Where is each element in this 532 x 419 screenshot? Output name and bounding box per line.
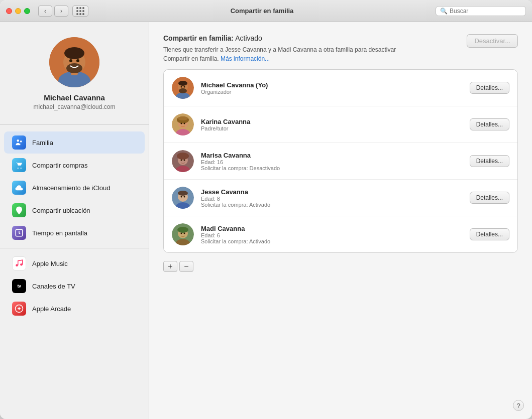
- status-value: Activado: [235, 34, 262, 42]
- member-info-michael: Michael Cavanna (Yo) Organizador: [201, 81, 463, 95]
- svg-point-14: [16, 264, 18, 267]
- sidebar-item-tv[interactable]: tv Canales de TV: [4, 275, 145, 297]
- music-icon: [12, 256, 26, 270]
- description-text: Tienes que transferir a Jesse Cavanna y …: [163, 46, 396, 62]
- member-role-karina: Padre/tutor: [201, 125, 463, 131]
- content-header: Compartir en familia: Activado Tienes qu…: [163, 34, 518, 63]
- member-name-michael: Michael Cavanna (Yo): [201, 81, 463, 89]
- svg-point-41: [178, 191, 188, 196]
- details-button-karina[interactable]: Detalles...: [470, 118, 509, 130]
- svg-point-49: [184, 233, 185, 234]
- pantalla-icon: [12, 226, 26, 240]
- svg-point-42: [181, 196, 182, 198]
- sharing-status: Compartir en familia: Activado: [163, 34, 459, 42]
- svg-point-30: [181, 123, 182, 124]
- sidebar: Michael Cavanna michael_cavanna@icloud.c…: [0, 22, 149, 419]
- sidebar-item-ubicacion[interactable]: Compartir ubicación: [4, 199, 145, 221]
- member-name-jesse: Jesse Cavanna: [201, 188, 463, 196]
- member-info-marisa: Marisa Cavanna Edad: 16Solicitar la comp…: [201, 152, 463, 171]
- svg-point-24: [184, 86, 185, 88]
- member-row-michael: Michael Cavanna (Yo) Organizador Detalle…: [164, 70, 517, 106]
- details-button-michael[interactable]: Detalles...: [470, 82, 509, 94]
- details-button-marisa[interactable]: Detalles...: [470, 155, 509, 167]
- member-name-marisa: Marisa Cavanna: [201, 152, 463, 159]
- sidebar-divider-mid: [0, 248, 149, 248]
- sidebar-item-label-music: Apple Music: [32, 260, 68, 267]
- remove-member-button[interactable]: −: [179, 261, 193, 272]
- minimize-button[interactable]: [15, 8, 21, 14]
- svg-point-17: [19, 308, 20, 310]
- maximize-button[interactable]: [24, 8, 30, 14]
- close-button[interactable]: [6, 8, 12, 14]
- window-title: Compartir en familia: [92, 7, 432, 15]
- member-name-madi: Madi Cavanna: [201, 225, 463, 232]
- avatar: [49, 37, 99, 87]
- bottom-buttons: + −: [163, 261, 518, 272]
- icloud-icon: [12, 181, 26, 195]
- user-profile: Michael Cavanna michael_cavanna@icloud.c…: [0, 22, 149, 120]
- svg-point-29: [178, 116, 188, 120]
- content-area: Compartir en familia: Activado Tienes qu…: [149, 22, 532, 284]
- svg-point-22: [178, 81, 187, 86]
- member-info-jesse: Jesse Cavanna Edad: 8Solicitar la compra…: [201, 188, 463, 208]
- svg-point-31: [184, 123, 185, 124]
- sidebar-item-familia[interactable]: Familia: [4, 131, 145, 154]
- details-button-madi[interactable]: Detalles...: [470, 228, 509, 240]
- header-text: Compartir en familia: Activado Tienes qu…: [163, 34, 459, 63]
- titlebar: ‹ › Compartir en familia 🔍: [0, 0, 532, 22]
- grid-view-button[interactable]: [72, 6, 88, 17]
- sidebar-item-label-ubicacion: Compartir ubicación: [32, 207, 90, 214]
- user-email: michael_cavanna@icloud.com: [34, 103, 116, 110]
- forward-button[interactable]: ›: [54, 6, 68, 17]
- back-button[interactable]: ‹: [38, 6, 52, 17]
- member-info-karina: Karina Cavanna Padre/tutor: [201, 118, 463, 131]
- traffic-lights: [6, 8, 30, 14]
- search-bar[interactable]: 🔍: [436, 6, 526, 16]
- compras-icon: [12, 158, 26, 172]
- deactivate-button[interactable]: Desactivar...: [467, 34, 518, 48]
- help-button[interactable]: ?: [513, 400, 524, 411]
- member-row-marisa: Marisa Cavanna Edad: 16Solicitar la comp…: [164, 143, 517, 180]
- sidebar-item-pantalla[interactable]: Tiempo en pantalla: [4, 222, 145, 244]
- arcade-icon: [12, 302, 26, 316]
- sidebar-item-music[interactable]: Apple Music: [4, 252, 145, 274]
- svg-point-48: [181, 233, 182, 234]
- user-name: Michael Cavanna: [44, 93, 105, 102]
- svg-point-11: [21, 168, 22, 169]
- member-avatar-karina: [172, 113, 194, 135]
- header-description: Tienes que transferir a Jesse Cavanna y …: [163, 45, 459, 63]
- svg-point-8: [17, 139, 20, 142]
- details-button-jesse[interactable]: Detalles...: [470, 192, 509, 204]
- sidebar-items: Familia Compartir compras: [0, 129, 149, 419]
- svg-point-4: [66, 63, 82, 73]
- member-row-karina: Karina Cavanna Padre/tutor Detalles...: [164, 106, 517, 143]
- svg-point-5: [64, 47, 84, 59]
- sidebar-item-arcade[interactable]: Apple Arcade: [4, 298, 145, 320]
- ubicacion-icon: [12, 203, 26, 217]
- member-name-karina: Karina Cavanna: [201, 118, 463, 125]
- svg-point-7: [76, 59, 79, 62]
- main-window: ‹ › Compartir en familia 🔍: [0, 0, 532, 419]
- add-member-button[interactable]: +: [163, 261, 177, 272]
- more-info-link[interactable]: Más información...: [221, 55, 270, 62]
- member-role-michael: Organizador: [201, 89, 463, 95]
- sidebar-item-icloud[interactable]: Almacenamiento de iCloud: [4, 177, 145, 199]
- sidebar-item-label-pantalla: Tiempo en pantalla: [32, 229, 87, 237]
- member-avatar-marisa: [172, 150, 194, 172]
- member-avatar-michael: [172, 77, 194, 99]
- members-box: Michael Cavanna (Yo) Organizador Detalle…: [163, 69, 518, 253]
- main-layout: Michael Cavanna michael_cavanna@icloud.c…: [0, 22, 532, 419]
- svg-point-9: [20, 141, 22, 143]
- member-info-madi: Madi Cavanna Edad: 6Solicitar la compra:…: [201, 225, 463, 244]
- svg-point-43: [184, 196, 185, 198]
- search-input[interactable]: [450, 8, 521, 15]
- svg-point-15: [20, 263, 23, 266]
- svg-point-35: [177, 153, 189, 160]
- sidebar-item-label-tv: Canales de TV: [32, 283, 75, 290]
- svg-point-10: [18, 168, 19, 169]
- svg-point-6: [69, 59, 72, 62]
- sidebar-item-label-compras: Compartir compras: [32, 162, 88, 169]
- svg-point-47: [177, 227, 188, 233]
- sidebar-item-label-icloud: Almacenamiento de iCloud: [32, 184, 110, 192]
- sidebar-item-compras[interactable]: Compartir compras: [4, 154, 145, 176]
